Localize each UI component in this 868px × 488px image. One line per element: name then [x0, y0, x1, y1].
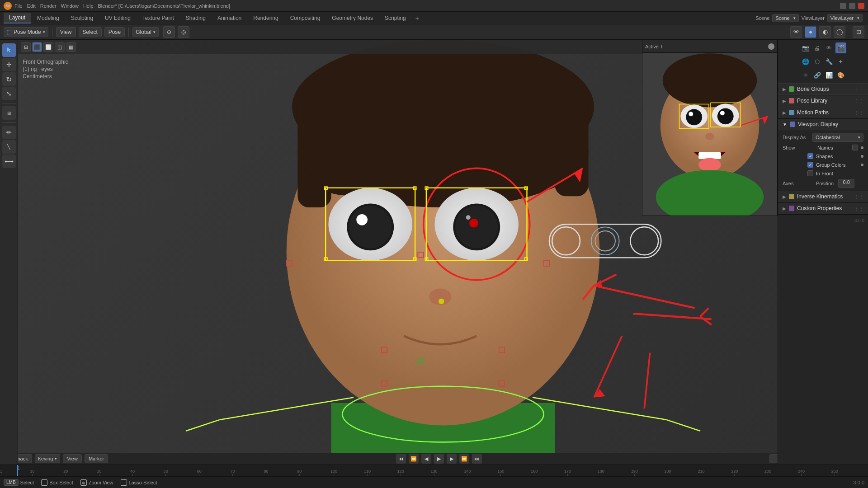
- select-menu[interactable]: Select: [79, 27, 102, 37]
- keying-menu[interactable]: Keying ▾: [35, 454, 61, 463]
- tab-compositing[interactable]: Compositing: [285, 13, 326, 23]
- props-icon-data[interactable]: 📊: [824, 70, 835, 80]
- ruler-marks-container: 1102030405060708090100110120130140150160…: [0, 465, 868, 476]
- bone-groups-label: Bone Groups: [797, 86, 829, 92]
- rotate-tool[interactable]: ↻: [2, 72, 16, 86]
- tab-scripting[interactable]: Scripting: [379, 13, 411, 23]
- display-as-chevron: ▾: [858, 135, 860, 140]
- close-button[interactable]: [858, 3, 864, 9]
- display-as-dropdown[interactable]: Octahedral ▾: [812, 133, 863, 142]
- timeline-ruler[interactable]: 1102030405060708090100110120130140150160…: [0, 465, 868, 476]
- mini-vp-close[interactable]: [768, 43, 774, 50]
- names-checkbox[interactable]: [852, 145, 858, 150]
- props-icon-material[interactable]: 🎨: [835, 70, 846, 80]
- timeline-view-menu[interactable]: View: [63, 454, 82, 463]
- viewport-display-color-icon: [790, 122, 795, 127]
- prev-keyframe-button[interactable]: ⏪: [409, 454, 419, 464]
- lasso-action: Lasso Select: [129, 480, 157, 485]
- zoom-action: Zoom View: [89, 480, 113, 485]
- transform-space[interactable]: Global ▾: [132, 27, 159, 37]
- svg-point-12: [349, 206, 392, 248]
- props-icon-world[interactable]: 🌐: [800, 56, 811, 67]
- props-icon-physics[interactable]: ⚛: [800, 70, 811, 80]
- mini-scene-svg: [642, 53, 777, 216]
- props-icon-render[interactable]: 📷: [800, 42, 811, 53]
- tab-rendering[interactable]: Rendering: [248, 13, 283, 23]
- snap-button[interactable]: ⊙: [163, 26, 175, 38]
- viewport-units: Centimeters: [23, 73, 68, 80]
- viewport-overlays[interactable]: 👁: [790, 26, 802, 38]
- minimize-button[interactable]: [840, 3, 846, 9]
- transform-tool[interactable]: ⊞: [2, 106, 16, 120]
- motion-paths-header[interactable]: ▶ Motion Paths ⋮⋮: [778, 107, 868, 118]
- viewlayer-selector[interactable]: ViewLayer▾: [827, 14, 863, 22]
- viewport-shading-solid[interactable]: ●: [805, 26, 816, 38]
- menu-item-edit[interactable]: Edit: [27, 3, 36, 9]
- measure-tool[interactable]: ⟷: [2, 155, 16, 168]
- prev-frame-button[interactable]: ◀: [421, 454, 431, 464]
- next-frame-button[interactable]: ▶: [447, 454, 457, 464]
- scale-tool[interactable]: ⤡: [2, 87, 16, 100]
- move-tool[interactable]: ✛: [2, 58, 16, 71]
- maximize-button[interactable]: [849, 3, 855, 9]
- viewport-header-icon1[interactable]: ⊞: [21, 42, 31, 52]
- in-front-checkbox[interactable]: [807, 170, 813, 176]
- viewport-header-icon4[interactable]: ◫: [55, 42, 65, 52]
- props-icon-scene[interactable]: 🎬: [835, 42, 846, 53]
- viewport-shading-material[interactable]: ◐: [819, 26, 831, 38]
- viewport-header-icon5[interactable]: ▦: [66, 42, 76, 52]
- tab-sculpting[interactable]: Sculpting: [66, 13, 99, 23]
- tab-layout[interactable]: Layout: [4, 13, 31, 23]
- select-tool[interactable]: [2, 43, 16, 57]
- viewport-object-info: (1) rig : eyes: [23, 66, 68, 72]
- left-toolbar: ✛ ↻ ⤡ ⊞ ✏ ╲ ⟷: [0, 40, 18, 465]
- marker-menu[interactable]: Marker: [85, 454, 108, 463]
- props-icon-object[interactable]: ⬡: [812, 56, 823, 67]
- annotate-line-tool[interactable]: ╲: [2, 140, 16, 154]
- viewport-info: Front Orthographic (1) rig : eyes Centim…: [23, 59, 68, 80]
- viewport-shading-rendered[interactable]: ◯: [834, 26, 845, 38]
- view-menu[interactable]: View: [56, 27, 76, 37]
- play-button[interactable]: ▶: [434, 454, 444, 464]
- tab-texture-paint[interactable]: Texture Paint: [137, 13, 179, 23]
- inverse-kinematics-header[interactable]: ▶ Inverse Kinematics ⋮⋮: [778, 191, 868, 202]
- pose-library-header[interactable]: ▶ Pose Library ⋮⋮: [778, 95, 868, 107]
- separator2: [128, 28, 129, 37]
- menu-item-help[interactable]: Help: [83, 3, 94, 9]
- scene-selector[interactable]: Scene▾: [772, 14, 798, 22]
- viewport-display-chevron: ▼: [783, 122, 787, 127]
- menu-item-window[interactable]: Window: [61, 3, 79, 9]
- shapes-checkbox[interactable]: [807, 153, 813, 159]
- group-colors-checkbox[interactable]: [807, 162, 813, 168]
- jump-to-end-button[interactable]: ⏭: [472, 454, 482, 464]
- props-icon-modifier[interactable]: 🔧: [824, 56, 835, 67]
- add-workspace-button[interactable]: +: [412, 13, 422, 23]
- tab-geometry-nodes[interactable]: Geometry Nodes: [326, 13, 378, 23]
- props-icon-view[interactable]: 👁: [824, 42, 835, 53]
- mode-selector[interactable]: ⬚ Pose Mode ▾: [4, 27, 48, 37]
- status-box-select: Box Select: [41, 479, 73, 486]
- viewport-header-icon2[interactable]: ⬛: [32, 42, 42, 52]
- box-select-action: Box Select: [49, 480, 73, 485]
- jump-to-start-button[interactable]: ⏮: [396, 454, 406, 464]
- blender-logo-icon: 🐃: [4, 2, 12, 10]
- props-icon-particles[interactable]: ✦: [835, 56, 846, 67]
- annotate-tool[interactable]: ✏: [2, 126, 16, 139]
- viewport-display-header[interactable]: ▼ Viewport Display: [778, 119, 868, 130]
- custom-properties-header[interactable]: ▶ Custom Properties ⋮⋮: [778, 203, 868, 214]
- tab-uv-editing[interactable]: UV Editing: [99, 13, 136, 23]
- tab-animation[interactable]: Animation: [212, 13, 247, 23]
- menu-item-render[interactable]: Render: [40, 3, 57, 9]
- position-value-input[interactable]: 0.0: [838, 179, 854, 188]
- props-icon-constraints[interactable]: 🔗: [812, 70, 823, 80]
- tab-shading[interactable]: Shading: [180, 13, 211, 23]
- tab-modeling[interactable]: Modeling: [32, 13, 65, 23]
- props-icon-output[interactable]: 🖨: [812, 42, 823, 53]
- next-keyframe-button[interactable]: ⏩: [459, 454, 469, 464]
- viewport-header-icon3[interactable]: ⬜: [43, 42, 53, 52]
- toggle-xray[interactable]: ⊡: [853, 26, 864, 38]
- menu-item-file[interactable]: File: [14, 3, 23, 9]
- bone-groups-header[interactable]: ▶ Bone Groups ⋮⋮: [778, 84, 868, 95]
- proportional-edit[interactable]: ◎: [178, 26, 189, 38]
- pose-menu[interactable]: Pose: [104, 27, 125, 37]
